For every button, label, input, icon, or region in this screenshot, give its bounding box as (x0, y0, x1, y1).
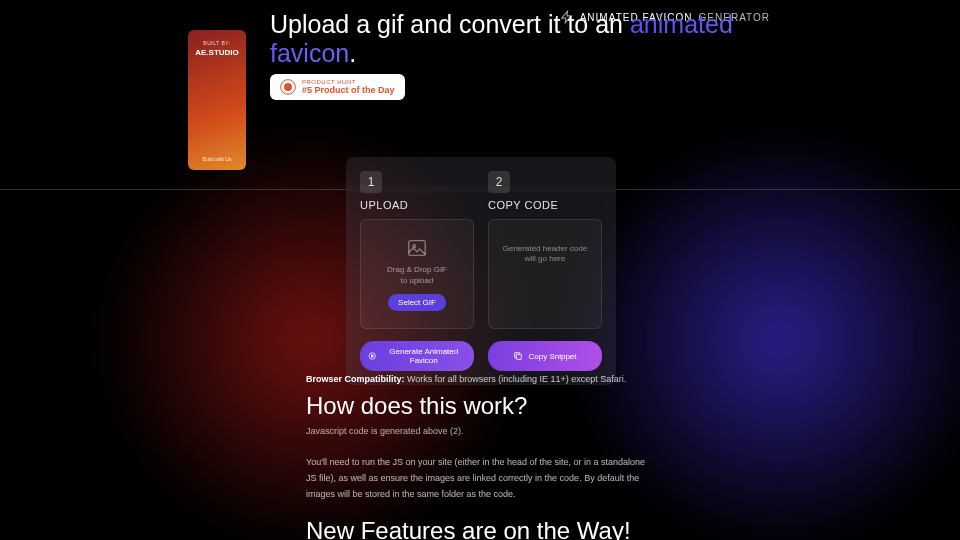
hero-title: Upload a gif and convert it to an animat… (270, 10, 790, 68)
sidebar-cta[interactable]: Build with Us (203, 156, 232, 162)
hero: Upload a gif and convert it to an animat… (270, 10, 790, 100)
compat-note: Browser Compatibility: Works for all bro… (306, 374, 656, 384)
copy-label: Copy Snippet (528, 352, 576, 361)
built-by-label: BUILT BY: (195, 40, 239, 46)
code-hint: Generated header code will go here (497, 244, 593, 265)
generate-button[interactable]: Generate Animated Favicon (360, 341, 474, 371)
content-section: Browser Compatibility: Works for all bro… (306, 374, 656, 540)
how-sub: Javascript code is generated above (2). (306, 426, 656, 436)
how-paragraph: You'll need to run the JS on your site (… (306, 454, 656, 503)
hero-title-pre: Upload a gif and convert it to an (270, 10, 630, 38)
product-hunt-badge[interactable]: PRODUCT HUNT #5 Product of the Day (270, 74, 405, 100)
ph-title: #5 Product of the Day (302, 86, 395, 96)
product-hunt-icon (280, 79, 296, 95)
compat-label: Browser Compatibility: (306, 374, 405, 384)
svg-rect-2 (409, 241, 426, 256)
play-icon (368, 351, 377, 361)
copy-snippet-button[interactable]: Copy Snippet (488, 341, 602, 371)
compat-text: Works for all browsers (including IE 11+… (405, 374, 627, 384)
step-copy: 2 COPY CODE Generated header code will g… (488, 171, 602, 329)
sidebar-brand: AE.STUDIO (195, 48, 239, 57)
sidebar-promo-card[interactable]: BUILT BY: AE.STUDIO Build with Us (188, 30, 246, 170)
copy-icon (513, 351, 523, 361)
hero-title-post: . (349, 39, 356, 67)
step-2-label: COPY CODE (488, 199, 602, 211)
upload-dropzone[interactable]: Drag & Drop GIF to upload Select GIF (360, 219, 474, 329)
svg-rect-5 (517, 354, 522, 359)
how-heading: How does this work? (306, 392, 656, 420)
image-icon (406, 237, 428, 259)
svg-point-1 (284, 83, 292, 91)
select-gif-button[interactable]: Select GIF (388, 294, 446, 311)
generate-label: Generate Animated Favicon (382, 347, 466, 365)
converter-panel: 1 UPLOAD Drag & Drop GIF to upload Selec… (346, 157, 616, 385)
step-upload: 1 UPLOAD Drag & Drop GIF to upload Selec… (360, 171, 474, 329)
step-2-number: 2 (488, 171, 510, 193)
step-1-number: 1 (360, 171, 382, 193)
step-1-label: UPLOAD (360, 199, 474, 211)
upload-hint: Drag & Drop GIF to upload (387, 265, 447, 286)
code-output-box: Generated header code will go here (488, 219, 602, 329)
new-features-heading: New Features are on the Way! (306, 517, 656, 540)
